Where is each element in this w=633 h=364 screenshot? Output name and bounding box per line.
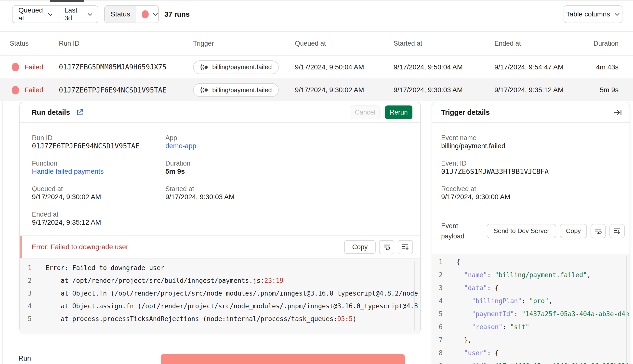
time-range-dropdown[interactable]: Last 3d [58,6,98,22]
status-filter-label: Status [105,6,136,22]
run-details-header: Run details Cancel Rerun [20,102,420,123]
run-details-card: Run details Cancel Rerun Run ID 01J7ZE6T… [20,102,421,332]
event-id-label: Event ID [441,160,467,167]
active-tab-indicator [50,0,84,2]
word-wrap-button[interactable] [379,240,394,254]
duration-cell: 4m 43s [596,56,618,78]
col-header-duration[interactable]: Duration [594,32,618,55]
trigger-cell: billing/payment.failed [193,56,279,78]
ended-at-cell: 9/17/2024, 9:54:47 AM [494,56,564,78]
line-number: 3 [432,282,442,294]
scroll-to-bottom-icon [402,244,409,250]
code-line: 4 at Object.assign.fn (/opt/render/proje… [20,300,420,312]
timeline-run-label: Run [18,354,31,362]
send-to-dev-server-button[interactable]: Send to Dev Server [487,224,556,238]
trigger-cell: billing/payment.failed [193,79,279,101]
code-line: 7 }, [432,334,630,346]
app-link[interactable]: demo-app [165,142,196,150]
table-columns-button[interactable]: Table columns [564,6,622,23]
col-header-trigger[interactable]: Trigger [193,32,214,55]
trigger-details-title: Trigger details [441,108,490,116]
run-id-cell: 01J7ZFBG5DMM85MJA9H659JX75 [59,56,166,78]
event-payload-actions: Send to Dev Server Copy [487,224,625,238]
trigger-event-name: billing/payment.failed [212,86,272,94]
code-line: 5 "paymentId": "1437a25f-05a3-404a-ab3e-… [432,308,630,320]
trigger-details-card: Trigger details Event name billing/payme… [432,102,630,364]
line-number: 1 [20,262,32,274]
chevron-down-icon [48,13,52,16]
word-wrap-icon [594,228,602,234]
event-name-value: billing/payment.failed [441,142,506,150]
line-number: 5 [20,312,32,325]
timeline-run-bar[interactable] [161,354,405,364]
table-row-selected[interactable]: Failed 01J7ZE6TPJF6E94NCSD1V95TAE billin… [0,78,633,101]
top-divider [0,0,633,0]
event-broadcast-icon [200,64,209,71]
col-header-started[interactable]: Started at [394,32,422,55]
scroll-to-bottom-icon [613,228,621,234]
received-at-label: Received at [441,185,476,193]
function-link[interactable]: Handle failed payments [32,168,104,176]
duration-label: Duration [165,160,190,167]
cancel-button[interactable]: Cancel [350,106,380,119]
code-line: 8 "user": { [432,346,630,360]
copy-payload-button[interactable]: Copy [560,224,587,238]
dock-panel-icon[interactable] [613,109,622,116]
line-number: 4 [432,294,442,308]
line-number: 2 [432,268,442,282]
ended-at-label: Ended at [32,211,58,218]
code-line: 9 "id": "17ca4ff6-45ea-4149-9b48-6fa935b… [432,360,630,364]
app-label: App [165,134,177,142]
line-number: 6 [432,320,442,334]
queued-at-label: Queued at [32,185,63,193]
col-header-run-id[interactable]: Run ID [59,32,80,55]
filter-field-dropdown[interactable]: Queued at [12,6,58,22]
word-wrap-button[interactable] [590,224,606,238]
line-number: 1 [432,256,442,268]
col-header-queued[interactable]: Queued at [295,32,326,55]
copy-error-button[interactable]: Copy [344,240,376,254]
failed-status-dot [12,86,19,94]
run-id-value: 01J7ZE6TPJF6E94NCSD1V95TAE [32,142,139,150]
scrollbar-track[interactable] [626,256,626,364]
time-range-label: Last 3d [64,6,84,22]
table-row[interactable]: Failed 01J7ZFBG5DMM85MJA9H659JX75 billin… [0,55,633,78]
code-line: 3 "data": { [432,282,630,294]
rerun-button[interactable]: Rerun [385,106,412,119]
line-number: 3 [20,287,32,300]
line-number: 4 [20,300,32,312]
status-badge: Failed [24,63,43,71]
status-filter-dropdown[interactable] [136,6,159,22]
code-line: 3 at Object.fn (/opt/render/project/src/… [20,287,420,300]
event-payload-json[interactable]: 1{2 "name": "billing/payment.failed",3 "… [432,254,630,364]
col-header-ended[interactable]: Ended at [494,32,521,55]
failed-status-dot [142,10,149,18]
line-number: 7 [432,334,442,346]
trigger-pill[interactable]: billing/payment.failed [193,83,279,97]
chevron-down-icon [614,13,620,16]
runs-dashboard: Queued at Last 3d Status 37 runs Table c… [0,0,633,364]
chevron-down-icon [152,13,158,16]
status-filter-group: Status [104,6,159,23]
code-line: 6 "reason": "sit" [432,320,630,334]
line-number: 5 [432,308,442,320]
trigger-pill[interactable]: billing/payment.failed [193,60,279,74]
run-details-title: Run details [32,108,70,116]
error-title: Error: Failed to downgrade user [32,243,128,251]
code-line: 1{ [432,256,630,268]
line-number: 9 [432,360,442,364]
scroll-to-bottom-button[interactable] [610,224,625,238]
run-id-label: Run ID [32,134,52,142]
scroll-to-bottom-button[interactable] [398,240,413,254]
error-banner: Error: Failed to downgrade user Copy [20,236,420,258]
received-at-value: 9/17/2024, 9:30:00 AM [441,193,510,201]
col-header-status[interactable]: Status [10,32,29,55]
event-broadcast-icon [200,86,209,94]
error-stack-trace[interactable]: 1Error: Failed to downgrade user2 at /op… [20,259,420,332]
code-line: 4 "billingPlan": "pro", [432,294,630,308]
started-at-value: 9/17/2024, 9:30:03 AM [165,193,234,201]
external-link-icon[interactable] [76,109,84,116]
started-at-cell: 9/17/2024, 9:50:04 AM [394,56,463,78]
scrollbar-track[interactable] [414,262,415,330]
chevron-down-icon [87,13,92,16]
